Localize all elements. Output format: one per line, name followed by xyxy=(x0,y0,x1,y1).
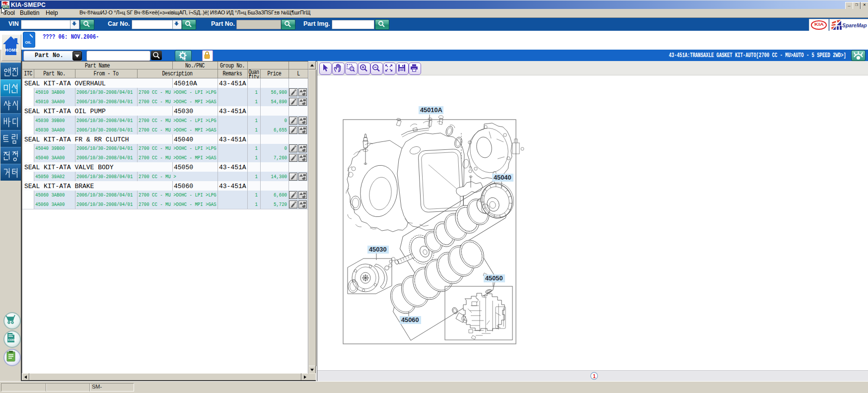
svg-text:KIA: KIA xyxy=(814,22,824,27)
svg-text:45060: 45060 xyxy=(401,316,419,324)
svg-text:CODE: CODE xyxy=(8,338,16,341)
svg-text:SpareMap: SpareMap xyxy=(842,23,867,28)
svg-text:45030: 45030 xyxy=(369,246,387,253)
svg-text:HOME: HOME xyxy=(5,48,19,53)
svg-text:45050: 45050 xyxy=(485,274,503,282)
svg-text:45040: 45040 xyxy=(494,174,511,181)
svg-text:1: 1 xyxy=(593,374,596,379)
svg-text:OIL: OIL xyxy=(25,40,32,45)
svg-text:45010A: 45010A xyxy=(420,106,442,114)
